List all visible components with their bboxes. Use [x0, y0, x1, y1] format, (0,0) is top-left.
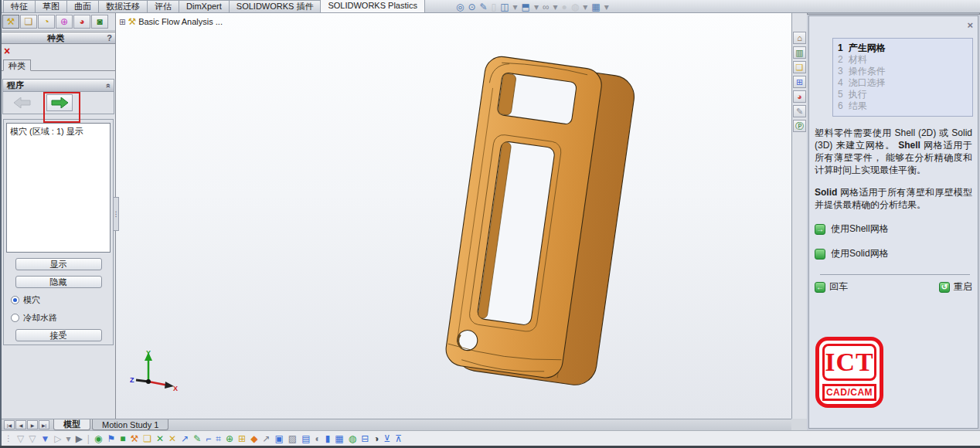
dropdown-caret-icon[interactable]: ▾ [66, 433, 71, 445]
hide-button[interactable]: 隐藏 [15, 276, 102, 288]
plastics-wrench-icon[interactable]: ⚒ [2, 15, 19, 29]
injection-location-icon[interactable]: ↗ [181, 433, 189, 445]
wizard-step-results[interactable]: 6 结果 [838, 100, 968, 112]
prev-page-icon[interactable]: ◀ [15, 420, 26, 429]
section-view-icon[interactable]: ◫ [500, 2, 509, 12]
runner-design-icon[interactable]: ⌐ [206, 433, 211, 445]
phone-case-3d-model[interactable] [371, 46, 696, 409]
home-icon[interactable]: ⌂ [793, 32, 806, 44]
file-explorer-icon[interactable]: ❏ [793, 61, 806, 73]
wizard-step-gate[interactable]: 4 浇口选择 [838, 77, 968, 89]
dropdown-caret-icon[interactable]: ▾ [553, 2, 558, 12]
animation-icon[interactable]: ▮ [325, 433, 331, 445]
fill-settings-icon[interactable]: ✕ [156, 433, 164, 445]
clipping-plane-icon[interactable]: ▨ [288, 433, 297, 445]
edit-boundary-icon[interactable]: ✎ [193, 433, 201, 445]
mold-boundary-icon[interactable]: ⊕ [226, 433, 233, 445]
wizard-step-mesh[interactable]: 1 产生网格 [838, 42, 968, 54]
help-icon[interactable]: ? [107, 33, 112, 42]
collapse-chevron-icon[interactable]: » [103, 83, 112, 87]
view-settings-icon[interactable]: ▦ [591, 2, 600, 12]
study-inspector-icon[interactable]: ◔ [38, 15, 55, 29]
hide-show-items-icon[interactable]: ● [562, 2, 567, 12]
probe-icon[interactable]: ◐ [315, 433, 321, 445]
show-button[interactable]: 显示 [15, 258, 102, 270]
gate-filter-icon[interactable]: ⊻ [384, 433, 391, 445]
select-cursor-icon[interactable]: ▷ [54, 433, 61, 445]
view-palette-icon[interactable]: ⊞ [793, 76, 806, 88]
tab-solidworks-plastics[interactable]: SOLIDWORKS Plastics [320, 0, 425, 12]
feature-tree-item[interactable]: ⊞ ⚒ Basic Flow Analysis ... [119, 16, 223, 27]
display-style-icon[interactable]: ∞ [543, 2, 550, 12]
tab-data-migration[interactable]: 数据迁移 [98, 0, 148, 12]
wizard-step-material[interactable]: 2 材料 [838, 54, 968, 66]
toolbar-grip-handle[interactable]: ⋮ [5, 433, 12, 445]
model-tab[interactable]: 模型 [53, 419, 90, 430]
zoom-area-icon[interactable]: ⊙ [468, 2, 475, 12]
previous-view-icon[interactable]: ▯ [492, 2, 497, 12]
program-section-header[interactable]: 程序 » [3, 80, 114, 92]
first-page-icon[interactable]: |◀ [4, 420, 15, 429]
solid-mesh-icon[interactable]: ◉ [94, 433, 102, 445]
runner-filter-icon[interactable]: ⊼ [395, 433, 402, 445]
use-solid-mesh-link[interactable]: 使用Solid网格 [815, 247, 978, 260]
quality-shield-icon[interactable]: ◙ [91, 15, 108, 29]
results-summary-icon[interactable]: ◕ [73, 15, 90, 29]
motion-study-tab[interactable]: Motion Study 1 [92, 419, 168, 430]
wizard-step-run[interactable]: 5 执行 [838, 89, 968, 100]
close-wizard-icon[interactable]: × [967, 19, 973, 31]
zoom-fit-icon[interactable]: ◎ [456, 2, 464, 12]
shell-mesh-icon[interactable]: ⚑ [107, 433, 115, 445]
mesh-quality-icon[interactable]: ■ [120, 433, 125, 445]
cavity-radio-icon[interactable] [11, 296, 19, 304]
filter-graphics-icon[interactable]: ▼ [40, 433, 49, 445]
cooling-radio-row[interactable]: 冷却水路 [11, 312, 111, 324]
select-arrow-icon[interactable]: ▶ [76, 433, 83, 445]
previous-step-button[interactable] [9, 94, 36, 111]
cavity-list-box[interactable]: 模穴 (区域 : 1) 显示 [6, 123, 111, 253]
view-orientation-icon[interactable]: ⬒ [522, 2, 530, 12]
category-tab[interactable]: 种类 [3, 59, 31, 71]
material-icon[interactable]: ⚒ [130, 433, 138, 445]
design-library-icon[interactable]: ▥ [793, 46, 806, 59]
restart-link[interactable]: ↺ 重启 [939, 280, 972, 294]
dropdown-caret-icon[interactable]: ▾ [583, 2, 587, 12]
tab-solidworks-addins[interactable]: SOLIDWORKS 插件 [229, 0, 322, 12]
mesh-manager-icon[interactable]: ❏ [20, 15, 37, 29]
cooling-radio-icon[interactable] [11, 314, 19, 322]
results-plot-icon[interactable]: ▣ [274, 433, 283, 445]
appearances-icon[interactable]: ◕ [793, 90, 806, 103]
iso-surface-icon[interactable]: ▤ [301, 433, 310, 445]
next-page-icon[interactable]: ▶ [27, 420, 38, 429]
tab-surfaces[interactable]: 曲面 [66, 0, 99, 12]
accept-button[interactable]: 接受 [15, 329, 102, 341]
use-shell-mesh-link[interactable]: → 使用Shell网格 [815, 222, 978, 236]
flow-results-icon[interactable]: ↗ [262, 433, 270, 445]
filter-funnel-icon[interactable]: ▽ [17, 433, 24, 445]
edit-appearance-icon[interactable]: ◍ [571, 2, 579, 12]
cooling-channel-icon[interactable]: ⌗ [216, 433, 221, 445]
symmetry-icon[interactable]: ⊞ [238, 433, 246, 445]
tab-evaluate[interactable]: 评估 [147, 0, 179, 12]
report-icon[interactable]: ◍ [349, 433, 356, 445]
tab-sketch[interactable]: 草图 [35, 0, 67, 12]
cavity-list-item[interactable]: 模穴 (区域 : 1) 显示 [10, 126, 107, 137]
open-study-icon[interactable]: ❏ [143, 433, 151, 445]
tree-expand-icon[interactable]: ⊞ [119, 18, 125, 26]
next-step-button[interactable] [46, 94, 73, 111]
dropdown-caret-icon[interactable]: ▾ [534, 2, 539, 12]
dropdown-caret-icon[interactable]: ▾ [604, 2, 609, 12]
plastics-wizard-icon[interactable]: Ⓟ [793, 120, 806, 132]
tab-dimxpert[interactable]: DimXpert [179, 0, 230, 12]
filter-wireframe-icon[interactable]: ▽ [29, 433, 36, 445]
zoom-magnify-icon[interactable]: ✎ [480, 2, 488, 12]
cavity-radio-row[interactable]: 模穴 [11, 294, 111, 306]
tab-features[interactable]: 特征 [3, 0, 36, 12]
back-link[interactable]: ← 回车 [815, 280, 848, 294]
export-icon[interactable]: ⊟ [361, 433, 369, 445]
dropdown-caret-icon[interactable]: ▾ [513, 2, 518, 12]
run-analysis-icon[interactable]: ◆ [250, 433, 257, 445]
custom-properties-icon[interactable]: ✎ [793, 105, 806, 117]
pack-settings-icon[interactable]: ✕ [168, 433, 176, 445]
injection-location-icon[interactable]: ⊕ [56, 15, 73, 29]
